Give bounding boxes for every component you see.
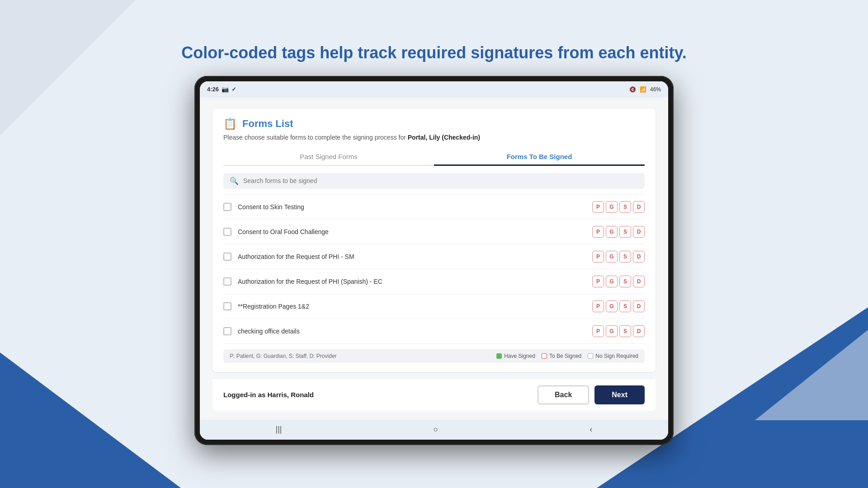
- card-subtitle: Please choose suitable forms to complete…: [223, 134, 645, 141]
- table-row: **Registration Pages 1&2PGSD: [223, 294, 645, 319]
- tag-s[interactable]: S: [619, 300, 631, 312]
- tag-p[interactable]: P: [592, 201, 604, 213]
- logged-in-text: Logged-in as Harris, Ronald: [223, 391, 314, 399]
- status-wifi-icon: 📶: [640, 86, 646, 93]
- form-checkbox[interactable]: [223, 327, 231, 335]
- form-name: Consent to Oral Food Challenge: [238, 228, 592, 235]
- search-input[interactable]: [243, 177, 638, 184]
- tablet-screen: 4:26 📷 ✓ 🔇 📶 46% 📋 Forms List: [200, 81, 668, 440]
- legend-no-sign-label: No Sign Required: [595, 353, 638, 359]
- tag-p[interactable]: P: [592, 276, 604, 287]
- back-button[interactable]: Back: [538, 385, 589, 404]
- form-tags: PGSD: [592, 251, 645, 263]
- legend-no-sign: No Sign Required: [588, 353, 638, 359]
- forms-icon: 📋: [223, 117, 237, 130]
- legend-items: Have Signed To Be Signed No Sign Require…: [496, 353, 638, 359]
- tag-d[interactable]: D: [633, 251, 645, 263]
- nav-home-icon[interactable]: ○: [434, 425, 439, 434]
- tabs-container: Past Signed Forms Forms To Be Signed: [223, 148, 645, 166]
- tag-g[interactable]: G: [606, 251, 618, 263]
- app-content: 📋 Forms List Please choose suitable form…: [200, 98, 668, 420]
- tag-s[interactable]: S: [619, 201, 631, 213]
- tag-p[interactable]: P: [592, 226, 604, 238]
- form-checkbox[interactable]: [223, 277, 231, 286]
- subtitle-prefix: Please choose suitable forms to complete…: [223, 134, 406, 141]
- form-checkbox[interactable]: [223, 302, 231, 310]
- tag-s[interactable]: S: [619, 276, 631, 287]
- forms-card: 📋 Forms List Please choose suitable form…: [212, 108, 656, 372]
- legend-to-be-signed-label: To Be Signed: [549, 353, 581, 359]
- tag-g[interactable]: G: [606, 300, 618, 312]
- table-row: Authorization for the Request of PHI (Sp…: [223, 269, 645, 294]
- status-bar: 4:26 📷 ✓ 🔇 📶 46%: [200, 81, 668, 98]
- form-name: **Registration Pages 1&2: [238, 303, 592, 310]
- form-tags: PGSD: [592, 325, 645, 337]
- form-name: Authorization for the Request of PHI (Sp…: [238, 278, 592, 285]
- nav-bar: ||| ○ ‹: [200, 420, 668, 440]
- tag-d[interactable]: D: [633, 325, 645, 337]
- page-headline: Color-coded tags help track required sig…: [181, 43, 687, 62]
- form-tags: PGSD: [592, 276, 645, 287]
- tag-g[interactable]: G: [606, 276, 618, 287]
- tag-s[interactable]: S: [619, 251, 631, 263]
- status-mute-icon: 🔇: [629, 86, 636, 93]
- tag-d[interactable]: D: [633, 201, 645, 213]
- nav-recent-icon[interactable]: |||: [276, 425, 282, 434]
- form-tags: PGSD: [592, 226, 645, 238]
- tag-d[interactable]: D: [633, 226, 645, 238]
- tag-g[interactable]: G: [606, 325, 618, 337]
- forms-list: Consent to Skin TestingPGSDConsent to Or…: [223, 194, 645, 344]
- legend: P: Patient, G: Guardian, S: Staff, D: Pr…: [223, 349, 645, 363]
- tab-forms-to-sign[interactable]: Forms To Be Signed: [434, 148, 645, 165]
- legend-have-signed-label: Have Signed: [504, 353, 535, 359]
- tag-p[interactable]: P: [592, 251, 604, 263]
- card-title: Forms List: [242, 118, 293, 130]
- form-checkbox[interactable]: [223, 253, 231, 261]
- nav-back-icon[interactable]: ‹: [590, 425, 592, 434]
- search-icon: 🔍: [230, 177, 239, 185]
- legend-dot-green: [496, 353, 502, 359]
- form-tags: PGSD: [592, 201, 645, 213]
- form-checkbox[interactable]: [223, 228, 231, 236]
- next-button[interactable]: Next: [594, 385, 645, 404]
- legend-dot-red: [542, 353, 547, 359]
- footer: Logged-in as Harris, Ronald Back Next: [212, 379, 656, 411]
- legend-codes: P: Patient, G: Guardian, S: Staff, D: Pr…: [230, 353, 337, 359]
- tab-past-signed[interactable]: Past Signed Forms: [223, 148, 434, 165]
- form-name: Consent to Skin Testing: [238, 203, 592, 211]
- table-row: Authorization for the Request of PHI - S…: [223, 244, 645, 269]
- footer-buttons: Back Next: [538, 385, 645, 404]
- card-header: 📋 Forms List: [223, 117, 645, 130]
- form-checkbox[interactable]: [223, 203, 231, 211]
- status-icon-check: ✓: [231, 86, 236, 93]
- status-time: 4:26: [207, 86, 219, 93]
- tag-d[interactable]: D: [633, 276, 645, 287]
- tag-p[interactable]: P: [592, 325, 604, 337]
- form-name: checking office details: [238, 328, 592, 335]
- legend-dot-gray: [588, 353, 593, 359]
- tag-s[interactable]: S: [619, 226, 631, 238]
- form-name: Authorization for the Request of PHI - S…: [238, 253, 592, 260]
- tag-d[interactable]: D: [633, 300, 645, 312]
- tag-g[interactable]: G: [606, 226, 618, 238]
- table-row: checking office detailsPGSD: [223, 319, 645, 344]
- table-row: Consent to Oral Food ChallengePGSD: [223, 220, 645, 244]
- tablet-frame: 4:26 📷 ✓ 🔇 📶 46% 📋 Forms List: [194, 76, 674, 445]
- table-row: Consent to Skin TestingPGSD: [223, 195, 645, 220]
- legend-to-be-signed: To Be Signed: [542, 353, 581, 359]
- status-icon-camera: 📷: [222, 86, 229, 93]
- tag-p[interactable]: P: [592, 300, 604, 312]
- tag-g[interactable]: G: [606, 201, 618, 213]
- status-battery: 46%: [650, 86, 661, 93]
- form-tags: PGSD: [592, 300, 645, 312]
- subtitle-patient: Portal, Lily (Checked-in): [408, 134, 480, 141]
- tag-s[interactable]: S: [619, 325, 631, 337]
- search-bar: 🔍: [223, 173, 645, 189]
- legend-have-signed: Have Signed: [496, 353, 535, 359]
